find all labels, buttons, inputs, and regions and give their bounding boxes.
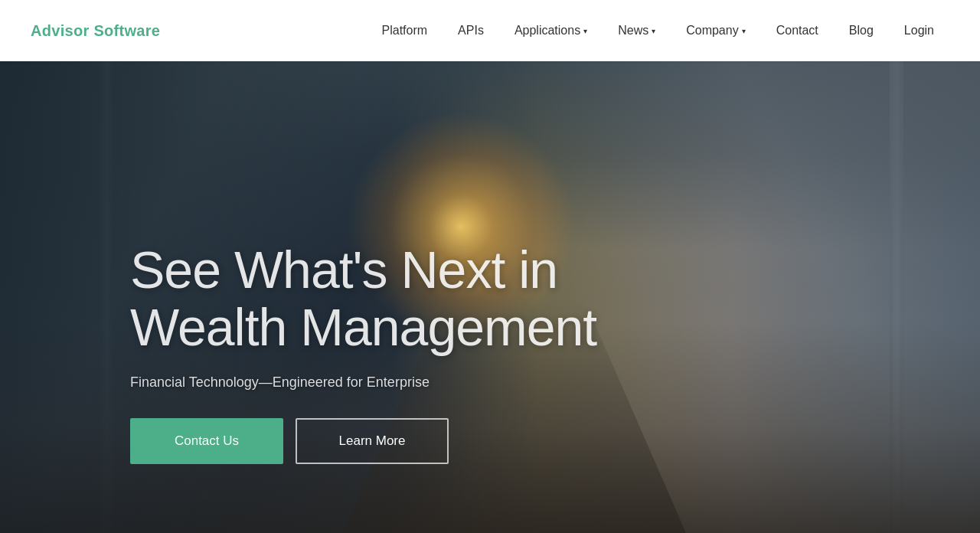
hero-buttons: Contact Us Learn More [130, 418, 605, 464]
nav-item-blog: Blog [834, 0, 889, 61]
nav-item-apis: APIs [443, 0, 499, 61]
hero-title: See What's Next in Wealth Management [130, 241, 605, 356]
nav-link-company[interactable]: Company ▾ [671, 0, 760, 61]
hero-subtitle: Financial Technology—Engineered for Ente… [130, 374, 605, 391]
nav-link-contact[interactable]: Contact [761, 0, 834, 61]
learn-more-button[interactable]: Learn More [296, 418, 449, 464]
nav-link-login[interactable]: Login [889, 0, 949, 61]
nav-item-applications: Applications ▾ [499, 0, 603, 61]
nav-item-platform: Platform [367, 0, 443, 61]
applications-dropdown-arrow: ▾ [583, 27, 587, 35]
hero-content: See What's Next in Wealth Management Fin… [130, 241, 605, 464]
news-dropdown-arrow: ▾ [652, 27, 655, 35]
nav-link-platform[interactable]: Platform [367, 0, 443, 61]
nav-menu: Platform APIs Applications ▾ News ▾ Comp… [367, 0, 949, 61]
contact-us-button[interactable]: Contact Us [130, 418, 283, 464]
nav-link-applications[interactable]: Applications ▾ [499, 0, 603, 61]
hero-section: See What's Next in Wealth Management Fin… [0, 61, 980, 533]
nav-item-news: News ▾ [603, 0, 671, 61]
nav-item-contact: Contact [761, 0, 834, 61]
navbar: Advisor Software Platform APIs Applicati… [0, 0, 980, 61]
nav-item-company: Company ▾ [671, 0, 760, 61]
company-dropdown-arrow: ▾ [742, 27, 746, 35]
nav-item-login: Login [889, 0, 949, 61]
nav-link-news[interactable]: News ▾ [603, 0, 671, 61]
brand-logo[interactable]: Advisor Software [31, 22, 160, 40]
nav-link-blog[interactable]: Blog [834, 0, 889, 61]
nav-link-apis[interactable]: APIs [443, 0, 499, 61]
